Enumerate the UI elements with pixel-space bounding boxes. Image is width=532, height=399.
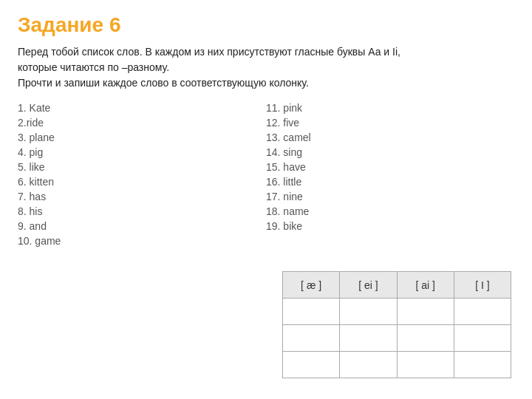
word-list: 1. Kate 2.ride 3. plane 4. pig 5. like 6…: [18, 101, 514, 248]
cell-ai-1[interactable]: [397, 299, 454, 325]
header-ae: [ æ ]: [283, 272, 340, 299]
table-row: [283, 299, 511, 325]
word-item-7: 7. has: [18, 190, 266, 203]
cell-ei-3[interactable]: [340, 352, 397, 378]
instruction-line1: Перед тобой список слов. В каждом из них…: [18, 46, 400, 58]
header-ei: [ ei ]: [340, 272, 397, 299]
cell-ai-3[interactable]: [397, 352, 454, 378]
word-item-12: 12. five: [266, 116, 514, 129]
cell-ei-2[interactable]: [340, 325, 397, 352]
cell-ae-2[interactable]: [283, 325, 340, 352]
header-i: [ I ]: [454, 272, 511, 299]
cell-ei-1[interactable]: [340, 299, 397, 325]
instructions: Перед тобой список слов. В каждом из них…: [18, 44, 514, 91]
page-title: Задание 6: [18, 13, 514, 37]
table-row: [283, 325, 511, 352]
instruction-line3: Прочти и запиши каждое слово в соответст…: [18, 77, 309, 89]
word-item-8: 8. his: [18, 205, 266, 218]
word-item-9: 9. and: [18, 219, 266, 233]
instruction-line2: которые читаются по –разному.: [18, 61, 169, 73]
word-item-2: 2.ride: [18, 116, 266, 129]
cell-ae-1[interactable]: [283, 299, 340, 325]
cell-i-3[interactable]: [454, 352, 511, 378]
cell-i-1[interactable]: [454, 299, 511, 325]
word-item-19: 19. bike: [266, 219, 514, 233]
word-item-1: 1. Kate: [18, 101, 266, 115]
page: Задание 6 Перед тобой список слов. В каж…: [0, 0, 532, 399]
word-item-14: 14. sing: [266, 146, 514, 159]
word-column-left: 1. Kate 2.ride 3. plane 4. pig 5. like 6…: [18, 101, 266, 248]
table-row: [283, 352, 511, 378]
word-item-6: 6. kitten: [18, 175, 266, 188]
word-column-right: 11. pink 12. five 13. camel 14. sing 15.…: [266, 101, 514, 248]
word-item-17: 17. nine: [266, 190, 514, 203]
word-item-11: 11. pink: [266, 101, 514, 115]
word-item-3: 3. plane: [18, 131, 266, 144]
phonetics-table-section: [ æ ] [ ei ] [ ai ] [ I ]: [282, 271, 511, 378]
word-item-10: 10. game: [18, 234, 266, 248]
phonetics-table: [ æ ] [ ei ] [ ai ] [ I ]: [282, 271, 511, 378]
word-item-5: 5. like: [18, 160, 266, 174]
word-item-18: 18. name: [266, 205, 514, 218]
word-item-13: 13. camel: [266, 131, 514, 144]
cell-ai-2[interactable]: [397, 325, 454, 352]
word-item-16: 16. little: [266, 175, 514, 188]
cell-ae-3[interactable]: [283, 352, 340, 378]
word-item-15: 15. have: [266, 160, 514, 174]
word-item-4: 4. pig: [18, 146, 266, 159]
header-ai: [ ai ]: [397, 272, 454, 299]
cell-i-2[interactable]: [454, 325, 511, 352]
